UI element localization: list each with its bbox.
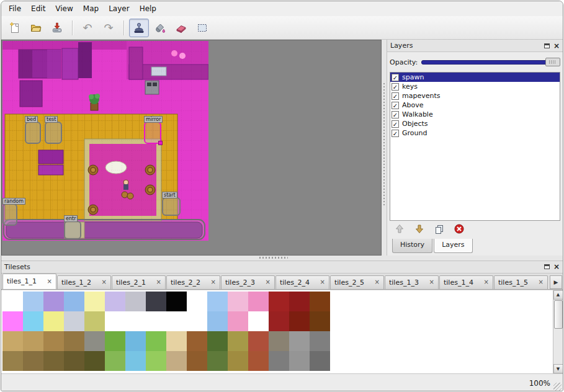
tile-1-6[interactable]	[125, 311, 146, 331]
layer-visibility-checkbox[interactable]: ✓	[392, 83, 399, 91]
layer-visibility-checkbox[interactable]: ✓	[392, 74, 399, 81]
layer-row-mapevents[interactable]: ✓mapevents	[390, 91, 560, 100]
menu-file[interactable]: File	[4, 2, 26, 15]
map-object-entr[interactable]: entr	[64, 221, 81, 239]
float-icon[interactable]	[544, 43, 550, 48]
close-icon[interactable]: ×	[553, 43, 560, 49]
map-object-random[interactable]: random	[2, 203, 17, 226]
tile-3-5[interactable]	[105, 351, 125, 371]
tile-0-2[interactable]	[43, 292, 64, 311]
tile-2-9[interactable]	[187, 331, 207, 351]
tile-2-6[interactable]	[125, 331, 146, 351]
tile-0-0[interactable]	[2, 292, 23, 311]
tab-close-icon[interactable]: ×	[156, 279, 161, 285]
vertical-splitter[interactable]	[382, 40, 387, 256]
tileset-tab-tiles_1_5[interactable]: tiles_1_5×	[494, 275, 548, 289]
horizontal-splitter[interactable]	[1, 256, 563, 261]
layer-row-Above[interactable]: ✓Above	[390, 100, 560, 110]
tile-2-10[interactable]	[207, 331, 228, 351]
tile-1-0[interactable]	[2, 311, 23, 331]
layer-visibility-checkbox[interactable]: ✓	[392, 111, 399, 118]
tile-2-2[interactable]	[43, 331, 64, 351]
tileset-tab-tiles_2_4[interactable]: tiles_2_4×	[275, 275, 329, 289]
open-file-button[interactable]	[26, 19, 46, 37]
tile-2-12[interactable]	[248, 331, 269, 351]
tile-0-1[interactable]	[23, 292, 43, 311]
tab-close-icon[interactable]: ×	[484, 279, 489, 285]
tile-1-13[interactable]	[269, 311, 289, 331]
tile-1-4[interactable]	[84, 311, 105, 331]
opacity-slider[interactable]	[421, 57, 560, 67]
tile-3-2[interactable]	[43, 351, 64, 371]
tile-3-14[interactable]	[289, 351, 310, 371]
tile-3-8[interactable]	[166, 351, 187, 371]
rect-select-button[interactable]	[192, 19, 212, 37]
stamp-brush-button[interactable]	[129, 19, 149, 37]
tile-3-1[interactable]	[23, 351, 43, 371]
scrollbar-thumb[interactable]	[554, 300, 563, 329]
eraser-button[interactable]	[171, 19, 191, 37]
tile-0-7[interactable]	[146, 292, 166, 311]
tileset-tab-tiles_2_5[interactable]: tiles_2_5×	[330, 275, 384, 289]
opacity-slider-track[interactable]	[421, 60, 560, 65]
tile-0-14[interactable]	[289, 292, 310, 311]
tileset-tab-tiles_1_4[interactable]: tiles_1_4×	[439, 275, 493, 289]
scroll-down-icon[interactable]: ▼	[553, 364, 563, 373]
lower-layer-button[interactable]	[412, 222, 427, 237]
tab-close-icon[interactable]: ×	[102, 279, 107, 285]
tile-1-15[interactable]	[310, 311, 330, 331]
bucket-fill-button[interactable]	[150, 19, 170, 37]
tab-close-icon[interactable]: ×	[429, 279, 434, 285]
tile-0-15[interactable]	[310, 292, 330, 311]
tile-0-8[interactable]	[166, 292, 187, 311]
tile-0-11[interactable]	[228, 292, 248, 311]
tile-1-11[interactable]	[228, 311, 248, 331]
tile-2-5[interactable]	[105, 331, 125, 351]
tile-3-13[interactable]	[269, 351, 289, 371]
layer-row-Walkable[interactable]: ✓Walkable	[390, 110, 560, 119]
scroll-up-icon[interactable]: ▲	[553, 290, 563, 300]
tab-close-icon[interactable]: ×	[375, 279, 380, 285]
tile-3-12[interactable]	[248, 351, 269, 371]
opacity-slider-handle[interactable]	[545, 58, 560, 66]
tile-2-7[interactable]	[146, 331, 166, 351]
tile-0-13[interactable]	[269, 292, 289, 311]
redo-button[interactable]: ↷	[99, 19, 119, 37]
tile-1-8[interactable]	[166, 311, 187, 331]
tile-2-15[interactable]	[310, 331, 330, 351]
tab-close-icon[interactable]: ×	[539, 279, 544, 285]
tile-0-3[interactable]	[64, 292, 84, 311]
map-object-mirror[interactable]: mirror	[144, 122, 161, 144]
tile-1-7[interactable]	[146, 311, 166, 331]
menu-help[interactable]: Help	[135, 2, 161, 15]
tile-1-2[interactable]	[43, 311, 64, 331]
tile-3-6[interactable]	[125, 351, 146, 371]
dock-tab-layers[interactable]: Layers	[434, 239, 472, 253]
tile-2-11[interactable]	[228, 331, 248, 351]
new-file-button[interactable]	[5, 19, 25, 37]
close-icon[interactable]: ×	[553, 264, 560, 270]
dock-tab-history[interactable]: History	[392, 239, 432, 253]
duplicate-layer-button[interactable]	[432, 222, 447, 237]
tileset-tab-tiles_2_3[interactable]: tiles_2_3×	[221, 275, 275, 289]
tile-1-10[interactable]	[207, 311, 228, 331]
tab-close-icon[interactable]: ×	[320, 279, 325, 285]
tile-2-8[interactable]	[166, 331, 187, 351]
tab-scroll-right-button[interactable]: ▶	[550, 275, 562, 289]
tile-0-6[interactable]	[125, 292, 146, 311]
menu-view[interactable]: View	[50, 2, 78, 15]
tileset-tab-tiles_1_2[interactable]: tiles_1_2×	[57, 275, 111, 289]
tile-3-9[interactable]	[187, 351, 207, 371]
tile-3-10[interactable]	[207, 351, 228, 371]
tile-0-4[interactable]	[84, 292, 105, 311]
tile-3-7[interactable]	[146, 351, 166, 371]
tile-3-15[interactable]	[310, 351, 330, 371]
tileset-tab-tiles_1_3[interactable]: tiles_1_3×	[385, 275, 439, 289]
tile-3-0[interactable]	[2, 351, 23, 371]
tileset-scrollbar[interactable]: ▲ ▼	[553, 290, 563, 373]
map-object-bed[interactable]: bed	[25, 122, 41, 144]
undo-button[interactable]: ↶	[78, 19, 97, 37]
object-resize-handle[interactable]	[158, 141, 163, 145]
layer-row-Ground[interactable]: ✓Ground	[390, 128, 560, 138]
layer-visibility-checkbox[interactable]: ✓	[392, 92, 399, 100]
